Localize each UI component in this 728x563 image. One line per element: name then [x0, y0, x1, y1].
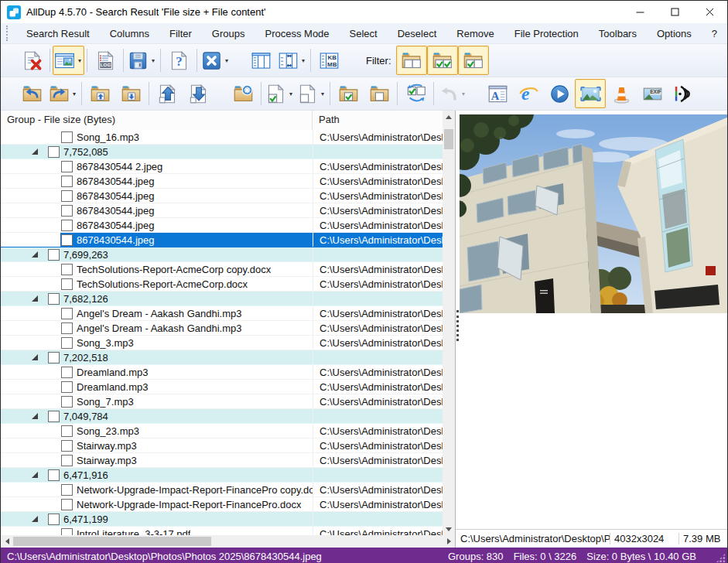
row-checkbox[interactable] [61, 455, 73, 466]
row-checkbox[interactable] [61, 381, 73, 393]
filter-unchecked-groups-button[interactable] [396, 46, 427, 75]
invert-selection-button[interactable] [400, 79, 431, 108]
group-row[interactable]: 7,682,126 [1, 292, 443, 306]
close-button[interactable] [692, 1, 727, 23]
menu-file-protection[interactable]: File Protection [504, 23, 589, 43]
menu-columns[interactable]: Columns [100, 23, 159, 43]
expand-triangle-icon[interactable] [32, 295, 38, 302]
deselect-folder-button[interactable] [364, 79, 395, 108]
row-checkbox[interactable] [61, 176, 73, 187]
file-row[interactable]: TechSolutions-Report-AcmeCorp.docxC:\Use… [1, 277, 443, 292]
preview-text-button[interactable] [482, 79, 513, 108]
dropdown-arrow-icon[interactable]: ▾ [71, 90, 77, 97]
group-row[interactable]: 6,471,916 [1, 468, 443, 483]
next-folder-button[interactable]: ▾ [47, 79, 79, 108]
file-row[interactable]: Stairway.mp3C:\Users\Administrator\Deskt… [1, 438, 443, 453]
row-checkbox[interactable] [61, 528, 73, 536]
file-size-unit-button[interactable] [313, 46, 344, 75]
menu-process-mode[interactable]: Process Mode [255, 23, 339, 43]
menu-groups[interactable]: Groups [202, 23, 255, 43]
dropdown-arrow-icon[interactable]: ▾ [300, 57, 306, 64]
dropdown-arrow-icon[interactable]: ▾ [224, 57, 230, 64]
group-row[interactable]: 7,049,784 [1, 409, 443, 424]
folder-options-button[interactable] [227, 79, 258, 108]
group-row[interactable]: 7,752,085 [1, 145, 443, 159]
file-row[interactable]: Song_23.mp3C:\Users\Administrator\Deskto… [1, 424, 443, 438]
minimize-button[interactable] [623, 1, 658, 23]
dropdown-arrow-icon[interactable]: ▾ [320, 90, 326, 97]
maximize-button[interactable] [658, 1, 692, 23]
file-row[interactable]: IntroLiterature_3-3-17.pdfC:\Users\Admin… [1, 527, 443, 535]
file-row[interactable]: Network-Upgrade-Impact-Report-FinancePro… [1, 483, 443, 497]
row-checkbox[interactable] [48, 411, 60, 422]
expand-triangle-icon[interactable] [32, 516, 38, 522]
menu-deselect[interactable]: Deselect [388, 23, 447, 43]
row-checkbox[interactable] [61, 161, 73, 172]
log-button[interactable] [90, 46, 121, 75]
row-checkbox[interactable] [48, 146, 60, 158]
preview-vlc-button[interactable] [606, 79, 637, 108]
folder-up-button[interactable] [84, 79, 115, 108]
import-list-button[interactable] [183, 79, 214, 108]
select-files-button[interactable]: ▾ [264, 79, 296, 108]
file-row[interactable]: 8678430544 2.jpegC:\Users\Administrator\… [1, 159, 443, 174]
expand-triangle-icon[interactable] [32, 413, 38, 419]
preview-browser-button[interactable] [513, 79, 544, 108]
menu-filter[interactable]: Filter [159, 23, 202, 43]
dropdown-arrow-icon[interactable]: ▾ [288, 90, 294, 97]
deselect-files-button[interactable]: ▾ [296, 79, 327, 108]
menubar-gripper[interactable] [6, 26, 12, 41]
group-row[interactable]: 7,699,263 [1, 247, 443, 262]
menu-search-result[interactable]: Search Result [16, 23, 100, 43]
expand-triangle-icon[interactable] [32, 251, 38, 258]
file-row[interactable]: Angel's Dream - Aakash Gandhi.mp3C:\User… [1, 321, 443, 336]
column-header-group-size[interactable]: Group - File size (Bytes) [1, 111, 313, 130]
file-row[interactable]: TechSolutions-Report-AcmeCorp copy.docxC… [1, 262, 443, 277]
column-width-button[interactable]: ▾ [276, 46, 308, 75]
row-checkbox[interactable] [61, 396, 73, 408]
scroll-up-button[interactable] [443, 111, 455, 123]
vertical-scrollbar[interactable] [443, 111, 455, 535]
group-row[interactable]: 7,202,518 [1, 350, 443, 365]
filter-mixed-groups-button[interactable] [458, 46, 489, 75]
expand-triangle-icon[interactable] [32, 148, 38, 155]
scroll-down-button[interactable] [443, 523, 455, 535]
file-row[interactable]: Song_3.mp3C:\Users\Administrator\Desktop [1, 336, 443, 350]
file-row[interactable]: 8678430544.jpegC:\Users\Administrator\De… [1, 218, 443, 233]
help-button[interactable] [163, 46, 194, 75]
row-checkbox[interactable] [48, 249, 60, 261]
file-row[interactable]: Song_16.mp3C:\Users\Administrator\Deskto… [1, 130, 443, 145]
row-checkbox[interactable] [48, 293, 60, 305]
toggle-preview-panel-button[interactable]: ▾ [53, 46, 84, 75]
row-checkbox[interactable] [61, 425, 73, 437]
dropdown-arrow-icon[interactable]: ▾ [150, 57, 156, 64]
row-checkbox[interactable] [61, 190, 73, 202]
horizontal-scroll-thumb[interactable] [13, 537, 211, 546]
row-checkbox[interactable] [61, 440, 73, 452]
save-result-button[interactable]: ▾ [126, 46, 158, 75]
vertical-scroll-thumb[interactable] [444, 129, 453, 149]
close-search-result-button[interactable] [16, 46, 47, 75]
file-row[interactable]: 8678430544.jpegC:\Users\Administrator\De… [1, 203, 443, 218]
file-row[interactable]: 8678430544.jpegC:\Users\Administrator\De… [1, 233, 443, 247]
row-checkbox[interactable] [48, 352, 60, 363]
file-row[interactable]: 8678430544.jpegC:\Users\Administrator\De… [1, 189, 443, 203]
scroll-right-button[interactable] [443, 535, 455, 548]
row-checkbox[interactable] [48, 514, 60, 525]
dropdown-arrow-icon[interactable]: ▾ [460, 90, 467, 97]
columns-layout-button[interactable] [245, 46, 276, 75]
expand-triangle-icon[interactable] [32, 472, 38, 478]
folder-down-button[interactable] [115, 79, 146, 108]
row-checkbox[interactable] [61, 337, 73, 349]
preview-exif-button[interactable] [637, 79, 668, 108]
row-checkbox[interactable] [61, 220, 73, 231]
select-folder-button[interactable] [333, 79, 364, 108]
file-row[interactable]: Network-Upgrade-Impact-Report-FinancePro… [1, 497, 443, 512]
row-checkbox[interactable] [61, 322, 73, 334]
file-row[interactable]: Dreamland.mp3C:\Users\Administrator\Desk… [1, 380, 443, 394]
horizontal-scrollbar[interactable] [1, 535, 455, 548]
file-row[interactable]: Dreamland.mp3C:\Users\Administrator\Desk… [1, 365, 443, 380]
menu-toolbars[interactable]: Toolbars [589, 23, 647, 43]
file-row[interactable]: Angel's Dream - Aakash Gandhi.mp3C:\User… [1, 306, 443, 321]
file-row[interactable]: Stairway.mp3C:\Users\Administrator\Deskt… [1, 453, 443, 468]
